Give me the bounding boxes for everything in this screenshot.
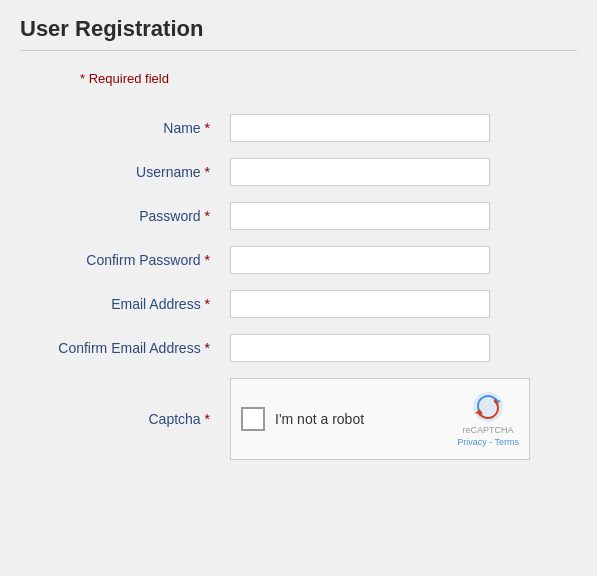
email-asterisk: * <box>205 296 210 312</box>
registration-form: Name * Username * Password * <box>20 106 577 468</box>
name-label: Name * <box>20 106 220 150</box>
table-row: Confirm Email Address * <box>20 326 577 370</box>
name-asterisk: * <box>205 120 210 136</box>
username-input[interactable] <box>230 158 490 186</box>
username-label: Username * <box>20 150 220 194</box>
recaptcha-links: Privacy - Terms <box>457 437 519 447</box>
confirm-email-label: Confirm Email Address * <box>20 326 220 370</box>
confirm-email-input-cell <box>220 326 577 370</box>
name-input-cell <box>220 106 577 150</box>
privacy-link[interactable]: Privacy <box>457 437 487 447</box>
required-note: * Required field <box>80 71 577 86</box>
divider <box>20 50 577 51</box>
username-input-cell <box>220 150 577 194</box>
table-row: Name * <box>20 106 577 150</box>
page-container: User Registration * Required field Name … <box>0 0 597 484</box>
password-input-cell <box>220 194 577 238</box>
email-label: Email Address * <box>20 282 220 326</box>
table-row: Email Address * <box>20 282 577 326</box>
captcha-input-cell: I'm not a robot reCAPTCHA Privacy - Term… <box>220 370 577 468</box>
terms-link[interactable]: Terms <box>495 437 520 447</box>
table-row: Password * <box>20 194 577 238</box>
captcha-right: reCAPTCHA Privacy - Terms <box>457 391 519 447</box>
captcha-left: I'm not a robot <box>241 407 364 431</box>
captcha-asterisk: * <box>205 411 210 427</box>
password-label: Password * <box>20 194 220 238</box>
captcha-checkbox[interactable] <box>241 407 265 431</box>
page-title: User Registration <box>20 16 577 42</box>
table-row: Confirm Password * <box>20 238 577 282</box>
email-input-cell <box>220 282 577 326</box>
confirm-email-input[interactable] <box>230 334 490 362</box>
confirm-password-input-cell <box>220 238 577 282</box>
required-note-text: Required field <box>89 71 169 86</box>
recaptcha-brand-text: reCAPTCHA <box>463 425 514 437</box>
asterisk-symbol: * <box>80 71 89 86</box>
recaptcha-logo-icon <box>472 391 504 423</box>
recaptcha-separator: - <box>487 437 495 447</box>
email-input[interactable] <box>230 290 490 318</box>
confirm-email-asterisk: * <box>205 340 210 356</box>
table-row: Username * <box>20 150 577 194</box>
confirm-password-asterisk: * <box>205 252 210 268</box>
password-asterisk: * <box>205 208 210 224</box>
captcha-not-robot-label: I'm not a robot <box>275 411 364 427</box>
captcha-label: Captcha * <box>20 370 220 468</box>
name-input[interactable] <box>230 114 490 142</box>
captcha-box: I'm not a robot reCAPTCHA Privacy - Term… <box>230 378 530 460</box>
table-row: Captcha * I'm not a robot <box>20 370 577 468</box>
confirm-password-label: Confirm Password * <box>20 238 220 282</box>
username-asterisk: * <box>205 164 210 180</box>
password-input[interactable] <box>230 202 490 230</box>
confirm-password-input[interactable] <box>230 246 490 274</box>
